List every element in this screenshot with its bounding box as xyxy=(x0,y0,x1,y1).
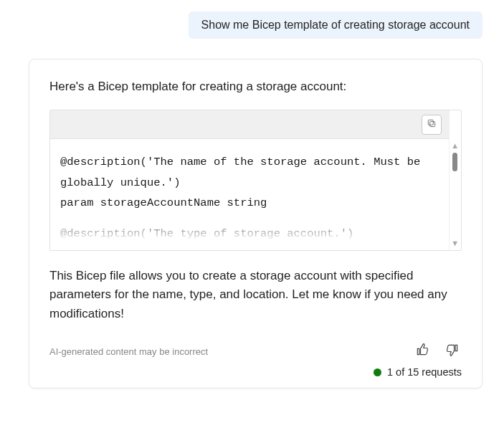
feedback-controls xyxy=(413,342,462,361)
scroll-up-icon[interactable]: ▲ xyxy=(451,142,459,150)
assistant-intro: Here's a Bicep template for creating a s… xyxy=(49,80,462,94)
status-dot-icon xyxy=(374,368,381,376)
code-block: @description('The name of the storage ac… xyxy=(49,110,462,251)
code-block-header xyxy=(50,110,449,139)
code-peek-text: @description('The type of storage accoun… xyxy=(60,214,439,244)
user-message-text: Show me Bicep template of creating stora… xyxy=(201,19,470,31)
assistant-outro: This Bicep file allows you to create a s… xyxy=(49,267,462,323)
copy-icon xyxy=(427,118,437,131)
thumbs-up-button[interactable] xyxy=(413,342,432,361)
code-content: @description('The name of the storage ac… xyxy=(50,139,449,250)
svg-rect-1 xyxy=(428,120,433,125)
thumbs-down-button[interactable] xyxy=(443,342,462,361)
scroll-down-icon[interactable]: ▼ xyxy=(451,239,459,247)
thumbs-up-icon xyxy=(415,343,429,360)
ai-disclaimer: AI-generated content may be incorrect xyxy=(49,346,208,357)
code-visible-text: @description('The name of the storage ac… xyxy=(60,156,427,209)
user-message-bubble: Show me Bicep template of creating stora… xyxy=(189,11,482,39)
svg-rect-0 xyxy=(429,121,434,126)
assistant-response-card: Here's a Bicep template for creating a s… xyxy=(29,59,482,389)
thumbs-down-icon xyxy=(445,343,460,360)
code-scrollbar[interactable]: ▲ ▼ xyxy=(449,110,462,250)
copy-button[interactable] xyxy=(422,115,442,135)
scroll-thumb[interactable] xyxy=(452,153,457,171)
usage-text: 1 of 15 requests xyxy=(387,366,462,378)
usage-status: 1 of 15 requests xyxy=(49,366,462,378)
